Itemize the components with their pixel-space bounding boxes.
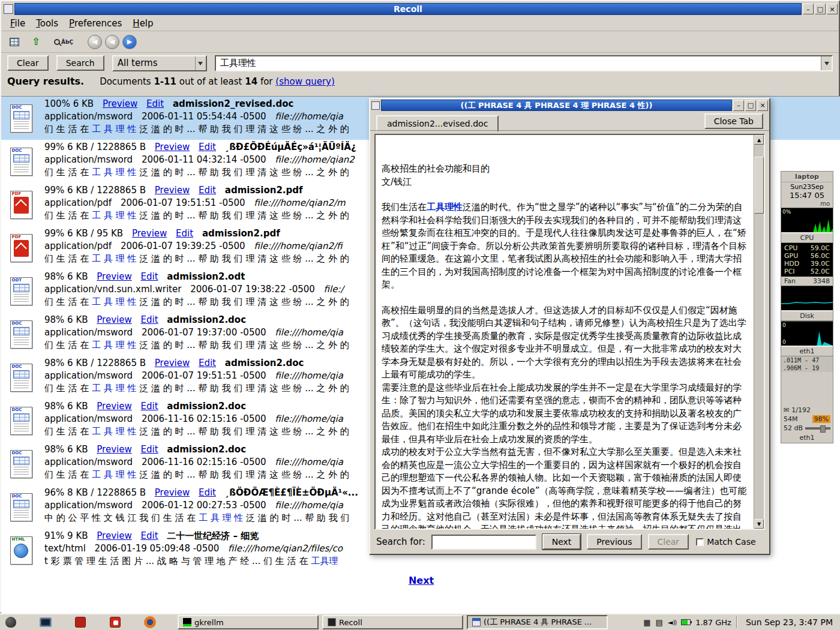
term-explorer-button[interactable]: ÂbÇ: [48, 34, 79, 50]
menu-help[interactable]: Help: [127, 16, 158, 31]
file-icon: PDF: [10, 234, 32, 262]
docs-range: 1-11: [154, 76, 176, 87]
scroll-up-icon[interactable]: ▲: [754, 135, 764, 145]
find-previous-button[interactable]: Previous: [587, 534, 641, 550]
preview-maximize-button[interactable]: □: [745, 100, 756, 111]
edit-link[interactable]: Edit: [141, 271, 158, 282]
temp-row: GPU56.0C: [781, 252, 833, 260]
cpu-section-label: CPU: [781, 233, 833, 243]
taskbar-task[interactable]: gkrellm: [178, 615, 319, 629]
file-icon-art: [14, 544, 28, 558]
edit-link[interactable]: Edit: [176, 228, 193, 239]
close-button[interactable]: ×: [827, 4, 838, 14]
find-next-button[interactable]: Next: [542, 534, 581, 550]
find-clear-button[interactable]: Clear: [648, 534, 689, 550]
nav-back-icon[interactable]: ◀: [88, 35, 102, 49]
paw-launcher-icon[interactable]: [4, 615, 18, 629]
memory-row[interactable]: 54M 98%: [781, 415, 833, 424]
preview-paragraph: 高校招生最明显的目的当然是选拔人才。但这选拔人才的目标却不仅仅是人们假定“因材施…: [382, 304, 748, 382]
preview-link[interactable]: Preview: [155, 487, 190, 498]
edit-link[interactable]: Edit: [141, 401, 158, 412]
keyboard-icon[interactable]: ▤: [656, 619, 663, 626]
match-case-label: Match Case: [707, 537, 755, 547]
find-input[interactable]: [431, 535, 536, 550]
nav-forward-icon[interactable]: ▶: [122, 35, 137, 49]
title-bar-drag[interactable]: Recoll: [14, 3, 802, 15]
sort-by-date-button[interactable]: ⇧: [26, 34, 46, 50]
disk-chart[interactable]: 0 0: [781, 321, 833, 346]
preview-link[interactable]: Preview: [97, 530, 131, 541]
scroll-down-icon[interactable]: ▼: [754, 519, 764, 529]
preview-link[interactable]: Preview: [97, 314, 131, 325]
menu-preferences[interactable]: Preferences: [64, 16, 127, 31]
clear-button[interactable]: Clear: [7, 55, 49, 71]
temperature-chart[interactable]: [781, 286, 833, 311]
edit-link[interactable]: Edit: [141, 444, 158, 455]
menu-tools[interactable]: Tools: [31, 16, 64, 31]
file-icon-art: [14, 197, 29, 214]
terminal-launcher-icon[interactable]: [38, 615, 53, 629]
input-grid-icon[interactable]: ▦: [643, 619, 650, 626]
minimize-button[interactable]: –: [803, 4, 814, 14]
preview-minimize-button[interactable]: –: [733, 100, 744, 111]
search-button[interactable]: Search: [56, 55, 104, 71]
search-input[interactable]: 工具理性: [215, 55, 833, 71]
preview-document-pane[interactable]: 高校招生的社会功能和目的文/钱江我们生活在工具理性泛滥的时代。作为“世之显学”的…: [374, 134, 765, 530]
firefox-launcher-icon[interactable]: [143, 615, 157, 629]
match-case-checkbox[interactable]: [696, 538, 704, 546]
preview-link[interactable]: Preview: [155, 185, 190, 196]
chevron-down-icon[interactable]: [821, 56, 832, 70]
taskbar-task[interactable]: ((工 PHRASE 4 具 PHRASE ...: [467, 615, 608, 629]
preview-link[interactable]: Preview: [97, 444, 131, 455]
edit-link[interactable]: Edit: [199, 142, 216, 152]
taskbar-task[interactable]: Recoll: [322, 615, 463, 629]
edit-link[interactable]: Edit: [199, 487, 216, 498]
red-app2-launcher-icon[interactable]: [108, 615, 122, 629]
disk-section-label: Disk: [781, 311, 833, 321]
preview-scrollbar[interactable]: ▲ ▼: [754, 135, 764, 529]
preview-link[interactable]: Preview: [132, 228, 167, 239]
result-url: file:/: [324, 284, 344, 295]
file-icon-art: [14, 240, 29, 257]
nav-back2-icon[interactable]: ◀: [105, 35, 119, 49]
edit-link[interactable]: Edit: [199, 358, 216, 368]
preview-link[interactable]: Preview: [97, 401, 131, 412]
preview-link[interactable]: Preview: [103, 98, 137, 109]
search-mode-select[interactable]: All terms: [112, 55, 207, 71]
preview-tab[interactable]: admission2...evised.doc: [376, 115, 499, 131]
title-bar[interactable]: Recoll – □ ×: [1, 1, 839, 16]
preview-link[interactable]: Preview: [155, 142, 190, 152]
edit-link[interactable]: Edit: [141, 314, 158, 325]
taskbar-clock[interactable]: Sun Sep 23, 3:47 PM: [742, 617, 836, 627]
gkrellm-hostname[interactable]: laptop: [781, 172, 833, 182]
edit-link[interactable]: Edit: [141, 530, 158, 541]
menu-file[interactable]: File: [5, 16, 31, 31]
preview-link[interactable]: Preview: [97, 271, 131, 282]
mail-row[interactable]: 1/192: [781, 406, 833, 415]
file-type-badge: DOC: [12, 364, 22, 369]
preview-close-button[interactable]: ×: [757, 100, 768, 111]
cpu-usage-chart[interactable]: 0%: [781, 208, 833, 233]
scroll-thumb[interactable]: [754, 157, 764, 214]
result-relevance-size: 98% 6 KB: [44, 401, 88, 412]
preview-link[interactable]: Preview: [155, 358, 190, 368]
volume-slider[interactable]: [805, 427, 830, 430]
close-tab-button[interactable]: Close Tab: [704, 113, 763, 129]
magnifier-icon: [54, 39, 60, 45]
next-page-link[interactable]: Next: [409, 575, 434, 586]
maximize-button[interactable]: □: [815, 4, 826, 14]
edit-link[interactable]: Edit: [199, 185, 216, 196]
show-query-link[interactable]: (show query): [275, 76, 335, 87]
volume-row[interactable]: 52 dB: [781, 424, 833, 433]
volume-icon[interactable]: [668, 619, 676, 626]
chevron-down-icon[interactable]: [195, 56, 206, 70]
battery-icon[interactable]: [681, 619, 691, 625]
file-type-badge: DOC: [12, 451, 22, 455]
preview-title-bar[interactable]: ((工 PHRASE 4 具 PHRASE 4 理 PHRASE 4 性)) –…: [370, 99, 769, 112]
result-url: file:///home/qia: [275, 370, 343, 381]
show-query-detail-button[interactable]: [5, 34, 24, 50]
red-app-launcher-icon[interactable]: [73, 615, 88, 629]
edit-link[interactable]: Edit: [146, 98, 164, 109]
result-icon-cell: DOC: [4, 357, 38, 398]
scroll-track[interactable]: [754, 145, 764, 519]
